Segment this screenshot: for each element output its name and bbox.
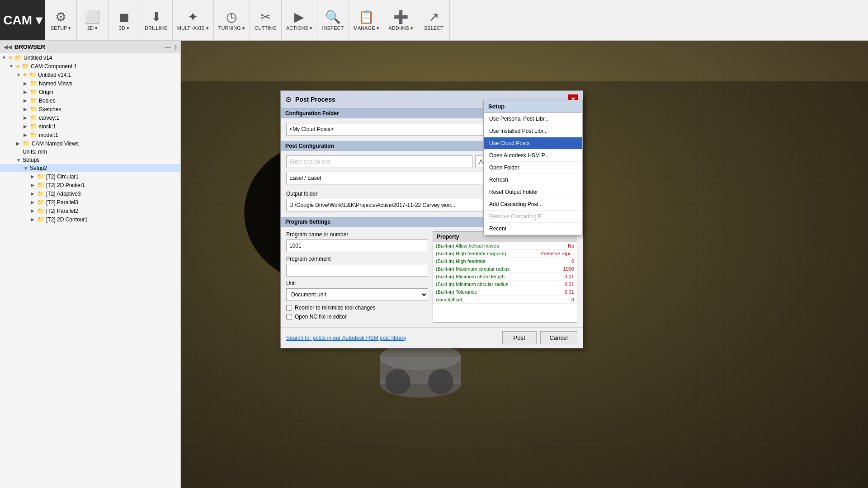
tree-item-t2-circular1[interactable]: ▶📁[T2] Circular1 bbox=[0, 172, 180, 181]
tree-item-untitled-v14[interactable]: ▼👁📁Untitled v14 bbox=[0, 53, 180, 62]
eye-untitled-v14-1[interactable]: 👁 bbox=[23, 72, 28, 78]
reorder-checkbox[interactable] bbox=[286, 305, 292, 311]
post-search-input[interactable] bbox=[286, 155, 472, 168]
toolbar-group-multi-axis[interactable]: ✦MULTI-AXIS ▾ bbox=[173, 0, 214, 40]
label-t2-parallel3: [T2] Parallel3 bbox=[46, 199, 78, 206]
expand-stock1[interactable]: ▶ bbox=[24, 124, 30, 129]
property-row: (Built-in) Minimum chord length0.01 bbox=[433, 273, 577, 281]
expand-untitled-v14-1[interactable]: ▼ bbox=[16, 72, 23, 77]
tree-item-t2-parallel3[interactable]: ▶📁[T2] Parallel3 bbox=[0, 198, 180, 206]
open-nc-row: Open NC file in editor bbox=[286, 314, 428, 320]
label-named-views: Named Views bbox=[39, 80, 72, 87]
expand-sketches[interactable]: ▶ bbox=[24, 107, 30, 112]
expand-t2-adaptive3[interactable]: ▶ bbox=[31, 191, 37, 196]
dialog-icon: ⚙ bbox=[285, 95, 292, 104]
tree-item-setup2[interactable]: ▼Setup2 bbox=[0, 164, 180, 172]
eye-untitled-v14[interactable]: 👁 bbox=[8, 55, 13, 61]
cancel-button[interactable]: Cancel bbox=[540, 331, 577, 344]
tree-item-stock1[interactable]: ▶📁stock:1 bbox=[0, 122, 180, 131]
hsm-library-link[interactable]: Search for posts in our Autodesk HSM pos… bbox=[286, 335, 406, 341]
dialog-footer: Search for posts in our Autodesk HSM pos… bbox=[281, 327, 583, 348]
inspect-icon: 🔍 bbox=[325, 9, 341, 24]
toolbar-group-actions[interactable]: ▶ACTIONS ▾ bbox=[282, 0, 317, 40]
dropdown-item-open-hsm[interactable]: Open Autodesk HSM P... bbox=[484, 150, 582, 162]
label-untitled-v14-1: Untitled v14:1 bbox=[38, 72, 71, 78]
dropdown-item-reset-output[interactable]: Reset Output Folder bbox=[484, 186, 582, 198]
tree-item-cam-component[interactable]: ▼👁📁CAM Component:1 bbox=[0, 62, 180, 70]
tree-item-named-views[interactable]: ▶📁Named Views bbox=[0, 79, 180, 88]
cam-label[interactable]: CAM ▾ bbox=[3, 13, 42, 28]
dropdown-item-use-cloud[interactable]: Use Cloud Posts bbox=[484, 137, 582, 150]
browser-minimize[interactable]: — bbox=[165, 43, 171, 50]
tree-item-sketches[interactable]: ▶📁Sketches bbox=[0, 105, 180, 113]
tree-item-t2-adaptive3[interactable]: ▶📁[T2] Adaptive3 bbox=[0, 189, 180, 198]
dropdown-item-refresh[interactable]: Refresh bbox=[484, 174, 582, 186]
folder-stock1: 📁 bbox=[30, 123, 37, 130]
tree-item-model1[interactable]: ▶📁model:1 bbox=[0, 131, 180, 139]
folder-cam-named-views: 📁 bbox=[23, 140, 30, 147]
open-nc-checkbox[interactable] bbox=[286, 314, 292, 320]
property-value: 0.01 bbox=[538, 282, 574, 287]
browser-back-arrow[interactable]: ◀◀ bbox=[4, 44, 12, 50]
tree-item-cam-named-views[interactable]: ▶📁CAM Named Views bbox=[0, 139, 180, 148]
turning-icon: ◷ bbox=[226, 9, 237, 24]
toolbar-group-turning[interactable]: ◷TURNING ▾ bbox=[214, 0, 250, 40]
expand-t2-2d-contour1[interactable]: ▶ bbox=[31, 217, 37, 222]
toolbar-group-2d[interactable]: ⬜2D ▾ bbox=[77, 0, 108, 40]
expand-setup2[interactable]: ▼ bbox=[24, 166, 30, 171]
dropdown-item-use-personal[interactable]: Use Personal Post Libr... bbox=[484, 113, 582, 125]
tree-item-t2-parallel2[interactable]: ▶📁[T2] Parallel2 bbox=[0, 206, 180, 215]
folder-cam-component: 📁 bbox=[22, 63, 29, 70]
expand-named-views[interactable]: ▶ bbox=[24, 81, 30, 86]
folder-bodies: 📁 bbox=[30, 97, 37, 104]
dropdown-item-add-cascading[interactable]: Add Cascading Post... bbox=[484, 198, 582, 211]
dropdown-item-recent[interactable]: Recent bbox=[484, 223, 582, 235]
cam-logo[interactable]: CAM ▾ bbox=[0, 0, 45, 40]
expand-t2-parallel2[interactable]: ▶ bbox=[31, 208, 37, 213]
property-value: 0 bbox=[538, 297, 574, 302]
toolbar-group-manage[interactable]: 📋MANAGE ▾ bbox=[349, 0, 384, 40]
expand-cam-component[interactable]: ▼ bbox=[9, 64, 15, 69]
toolbar-group-drilling[interactable]: ⬇DRILLING bbox=[140, 0, 173, 40]
property-value: 0.01 bbox=[538, 274, 574, 279]
tree-item-carvey1[interactable]: ▶📁carvey:1 bbox=[0, 113, 180, 122]
tree-item-units-mm[interactable]: Units: mm bbox=[0, 148, 180, 156]
unit-select[interactable]: Document unit bbox=[286, 288, 428, 301]
expand-t2-2d-pocket1[interactable]: ▶ bbox=[31, 183, 37, 188]
expand-model1[interactable]: ▶ bbox=[24, 132, 30, 137]
expand-cam-named-views[interactable]: ▶ bbox=[16, 141, 23, 146]
eye-cam-component[interactable]: 👁 bbox=[15, 64, 20, 69]
property-name: (Built-in) High feedrate bbox=[436, 258, 538, 264]
expand-setups[interactable]: ▼ bbox=[16, 158, 23, 163]
expand-carvey1[interactable]: ▶ bbox=[24, 115, 30, 120]
property-row: (Built-in) High feedrate0 bbox=[433, 258, 577, 265]
post-button[interactable]: Post bbox=[502, 331, 537, 344]
browser-pin[interactable]: | bbox=[175, 43, 177, 50]
tree-item-bodies[interactable]: ▶📁Bodies bbox=[0, 96, 180, 105]
tree-item-origin[interactable]: ▶📁Origin bbox=[0, 88, 180, 96]
program-name-input[interactable] bbox=[286, 239, 428, 252]
expand-t2-circular1[interactable]: ▶ bbox=[31, 174, 37, 179]
setup-dropdown-items: Use Personal Post Libr...Use Installed P… bbox=[484, 113, 582, 235]
expand-untitled-v14[interactable]: ▼ bbox=[2, 55, 8, 60]
tree-item-t2-2d-pocket1[interactable]: ▶📁[T2] 2D Pocket1 bbox=[0, 181, 180, 189]
toolbar-group-select[interactable]: ↗SELECT bbox=[418, 0, 450, 40]
open-nc-label: Open NC file in editor bbox=[295, 314, 347, 320]
tree-item-setups[interactable]: ▼Setups bbox=[0, 156, 180, 164]
toolbar-group-setup[interactable]: ⚙SETUP ▾ bbox=[45, 0, 77, 40]
tree-item-t2-2d-contour1[interactable]: ▶📁[T2] 2D Contour1 bbox=[0, 215, 180, 224]
dropdown-item-use-installed[interactable]: Use Installed Post Libr... bbox=[484, 125, 582, 137]
dropdown-item-open-folder[interactable]: Open Folder bbox=[484, 162, 582, 174]
folder-carvey1: 📁 bbox=[30, 114, 37, 121]
expand-bodies[interactable]: ▶ bbox=[24, 98, 30, 103]
expand-t2-parallel3[interactable]: ▶ bbox=[31, 200, 37, 205]
label-bodies: Bodies bbox=[39, 98, 56, 104]
toolbar-group-cutting[interactable]: ✂CUTTING bbox=[250, 0, 282, 40]
toolbar-group-3d[interactable]: ◼3D ▾ bbox=[108, 0, 140, 40]
folder-t2-parallel3: 📁 bbox=[37, 199, 44, 206]
toolbar-group-add-ins[interactable]: ➕ADD-INS ▾ bbox=[384, 0, 418, 40]
toolbar-group-inspect[interactable]: 🔍INSPECT bbox=[317, 0, 349, 40]
program-comment-input[interactable] bbox=[286, 264, 428, 277]
tree-item-untitled-v14-1[interactable]: ▼👁📁Untitled v14:1 bbox=[0, 70, 180, 79]
expand-origin[interactable]: ▶ bbox=[24, 89, 30, 94]
